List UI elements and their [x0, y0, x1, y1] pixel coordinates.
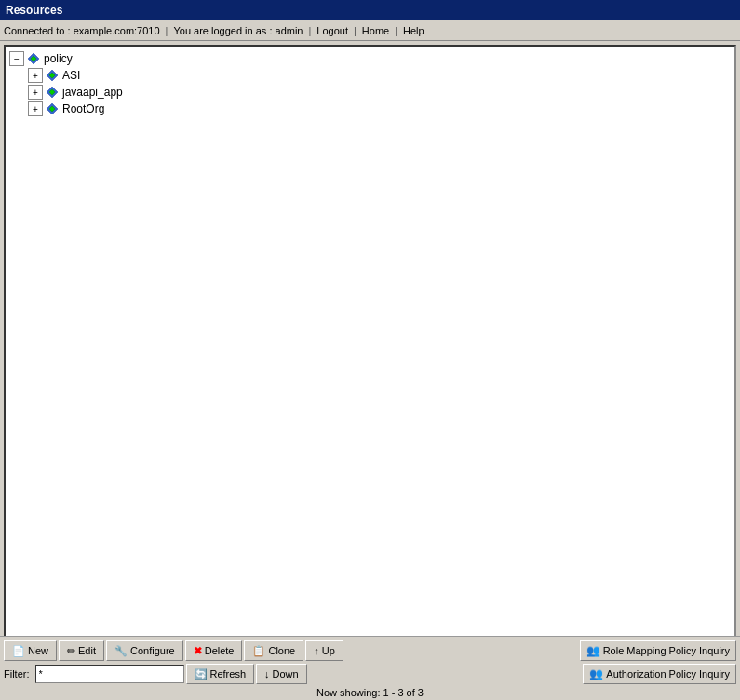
status-bar: Connected to : example.com:7010 | You ar…: [0, 20, 740, 41]
logged-in-label: You are logged in as :: [173, 25, 272, 36]
role-mapping-button[interactable]: 👥 Role Mapping Policy Inquiry: [580, 640, 736, 661]
sep2: |: [308, 25, 311, 36]
tree: − policy +: [6, 47, 734, 121]
page-outer: Resources Connected to : example.com:701…: [0, 0, 740, 700]
filter-input[interactable]: [35, 665, 184, 683]
up-button[interactable]: ↑ Up: [305, 640, 343, 661]
clone-icon: 📋: [252, 645, 265, 657]
tree-item-rootorg[interactable]: + RootOrg: [28, 101, 731, 117]
delete-icon: ✖: [194, 645, 202, 657]
edit-button[interactable]: ✏ Edit: [59, 640, 104, 661]
edit-icon: ✏: [67, 645, 75, 657]
connected-label: Connected to :: [4, 25, 71, 36]
delete-button[interactable]: ✖ Delete: [185, 640, 243, 661]
down-button[interactable]: ↓ Down: [256, 664, 307, 684]
status-text: Now showing: 1 - 3 of 3: [316, 687, 424, 698]
refresh-icon: 🔄: [195, 668, 208, 680]
tree-toggle-policy[interactable]: −: [9, 51, 24, 66]
tree-toggle-asi[interactable]: +: [28, 68, 43, 83]
javaapi-label: javaapi_app: [62, 86, 123, 99]
auth-policy-button[interactable]: 👥 Authorization Policy Inquiry: [583, 664, 736, 684]
toolbar-row2: Filter: 🔄 Refresh ↓ Down 👥 Authorization…: [4, 664, 736, 684]
home-link[interactable]: Home: [362, 25, 389, 36]
delete-label: Delete: [205, 645, 235, 656]
sep4: |: [395, 25, 397, 36]
clone-label: Clone: [268, 645, 295, 656]
username: admin: [276, 25, 303, 36]
filter-label: Filter:: [4, 668, 30, 680]
logout-link[interactable]: Logout: [316, 25, 348, 36]
title-label: Resources: [6, 4, 62, 17]
toolbar-row1: 📄 New ✏ Edit 🔧 Configure ✖ Delete 📋: [4, 640, 736, 661]
status-row: Now showing: 1 - 3 of 3: [4, 687, 736, 698]
tree-item-policy[interactable]: − policy: [9, 50, 731, 67]
configure-icon: 🔧: [114, 645, 128, 657]
tree-area: − policy +: [4, 45, 736, 696]
up-icon: ↑: [314, 645, 319, 656]
sep1: |: [166, 25, 168, 36]
rootorg-icon: [45, 101, 60, 116]
tree-children: + ASI +: [28, 67, 731, 117]
javaapi-icon: [45, 85, 60, 100]
sep3: |: [354, 25, 357, 36]
new-label: New: [28, 645, 48, 656]
down-icon: ↓: [264, 668, 270, 680]
tree-toggle-rootorg[interactable]: +: [28, 101, 43, 116]
bottom-toolbar: 📄 New ✏ Edit 🔧 Configure ✖ Delete 📋: [0, 636, 740, 700]
policy-root-icon: [26, 51, 41, 66]
down-label: Down: [273, 668, 299, 680]
auth-policy-icon: 👥: [589, 667, 603, 680]
rootorg-label: RootOrg: [62, 102, 104, 115]
server-address: example.com:7010: [74, 25, 160, 36]
new-icon: 📄: [12, 645, 25, 657]
edit-label: Edit: [78, 645, 96, 656]
role-mapping-label: Role Mapping Policy Inquiry: [603, 645, 730, 656]
configure-button[interactable]: 🔧 Configure: [106, 640, 183, 661]
auth-policy-label: Authorization Policy Inquiry: [606, 668, 730, 680]
up-label: Up: [322, 645, 335, 656]
new-button[interactable]: 📄 New: [4, 640, 57, 661]
asi-icon: [45, 68, 60, 83]
title-bar: Resources: [0, 0, 740, 20]
refresh-button[interactable]: 🔄 Refresh: [186, 664, 255, 684]
policy-root-label: policy: [44, 52, 73, 65]
tree-item-javaapi[interactable]: + javaapi_app: [28, 84, 731, 101]
tree-item-asi[interactable]: + ASI: [28, 67, 731, 84]
asi-label: ASI: [62, 69, 80, 82]
tree-toggle-javaapi[interactable]: +: [28, 85, 43, 100]
clone-button[interactable]: 📋 Clone: [244, 640, 303, 661]
role-mapping-icon: 👥: [586, 644, 600, 657]
refresh-label: Refresh: [210, 668, 247, 680]
help-link[interactable]: Help: [403, 25, 424, 36]
configure-label: Configure: [130, 645, 175, 656]
